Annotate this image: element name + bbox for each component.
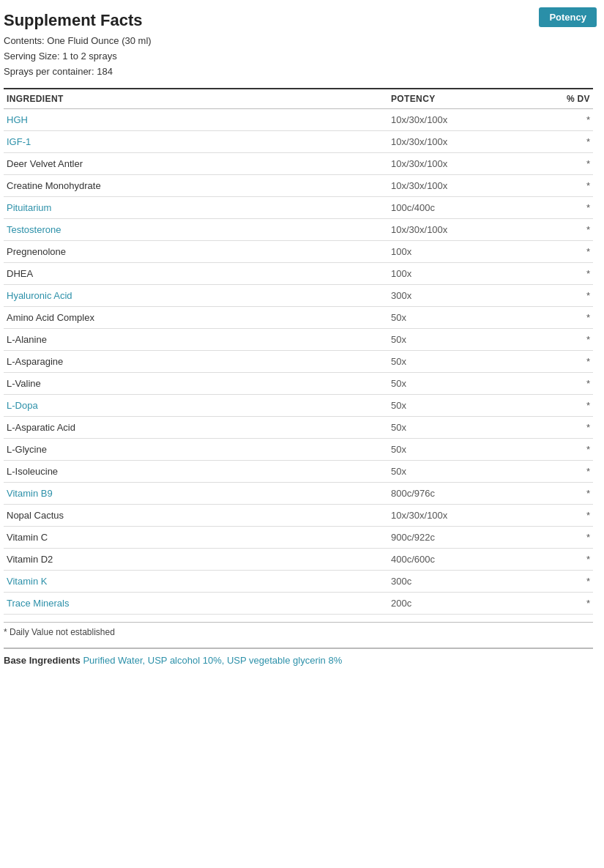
serving-line: Serving Size: 1 to 2 sprays bbox=[4, 49, 593, 64]
ingredient-link[interactable]: IGF-1 bbox=[7, 136, 31, 147]
potency-cell: 10x/30x/100x bbox=[388, 505, 534, 527]
ingredient-cell: Deer Velvet Antler bbox=[4, 153, 388, 175]
potency-cell: 10x/30x/100x bbox=[388, 219, 534, 241]
dv-cell: * bbox=[534, 241, 593, 263]
ingredient-cell[interactable]: Hyaluronic Acid bbox=[4, 285, 388, 307]
ingredient-cell[interactable]: Vitamin B9 bbox=[4, 483, 388, 505]
potency-cell: 100x bbox=[388, 241, 534, 263]
ingredient-cell: L-Asparagine bbox=[4, 351, 388, 373]
potency-cell: 50x bbox=[388, 439, 534, 461]
sprays-value: 184 bbox=[97, 66, 113, 77]
ingredient-cell[interactable]: L-Dopa bbox=[4, 395, 388, 417]
ingredient-link[interactable]: HGH bbox=[7, 114, 28, 125]
ingredient-cell: L-Glycine bbox=[4, 439, 388, 461]
table-row: Trace Minerals200c* bbox=[4, 593, 593, 615]
potency-cell: 50x bbox=[388, 351, 534, 373]
ingredient-cell: Amino Acid Complex bbox=[4, 307, 388, 329]
ingredient-cell[interactable]: Testosterone bbox=[4, 219, 388, 241]
ingredient-link[interactable]: Pituitarium bbox=[7, 202, 51, 213]
ingredient-cell[interactable]: HGH bbox=[4, 109, 388, 131]
dv-cell: * bbox=[534, 417, 593, 439]
col-header-ingredient: Ingredient bbox=[4, 89, 388, 109]
contents-value: One Fluid Ounce (30 ml) bbox=[47, 35, 151, 46]
potency-cell: 50x bbox=[388, 329, 534, 351]
table-row: Pituitarium100c/400c* bbox=[4, 197, 593, 219]
table-row: IGF-110x/30x/100x* bbox=[4, 131, 593, 153]
base-ingredients-label: Base Ingredients bbox=[4, 655, 81, 666]
potency-cell: 100c/400c bbox=[388, 197, 534, 219]
potency-cell: 50x bbox=[388, 461, 534, 483]
table-row: Pregnenolone100x* bbox=[4, 241, 593, 263]
dv-cell: * bbox=[534, 527, 593, 549]
contents-line: Contents: One Fluid Ounce (30 ml) bbox=[4, 34, 593, 49]
ingredient-cell[interactable]: Pituitarium bbox=[4, 197, 388, 219]
table-row: Vitamin C900c/922c* bbox=[4, 527, 593, 549]
ingredient-cell: DHEA bbox=[4, 263, 388, 285]
potency-cell: 50x bbox=[388, 395, 534, 417]
ingredient-cell: L-Valine bbox=[4, 373, 388, 395]
potency-cell: 200c bbox=[388, 593, 534, 615]
ingredient-link[interactable]: Vitamin K bbox=[7, 576, 47, 587]
table-row: L-Glycine50x* bbox=[4, 439, 593, 461]
ingredient-link[interactable]: Testosterone bbox=[7, 224, 61, 235]
dv-cell: * bbox=[534, 461, 593, 483]
base-ingredients-value: Purified Water, USP alcohol 10%, USP veg… bbox=[83, 655, 342, 666]
table-row: L-Dopa50x* bbox=[4, 395, 593, 417]
page-title: Supplement Facts bbox=[4, 11, 593, 30]
table-row: Creatine Monohydrate10x/30x/100x* bbox=[4, 175, 593, 197]
footnote: * Daily Value not established bbox=[4, 622, 593, 642]
col-header-dv: % DV bbox=[534, 89, 593, 109]
col-header-potency: Potency bbox=[388, 89, 534, 109]
potency-cell: 100x bbox=[388, 263, 534, 285]
dv-cell: * bbox=[534, 285, 593, 307]
dv-cell: * bbox=[534, 109, 593, 131]
table-row: Vitamin K300c* bbox=[4, 571, 593, 593]
potency-button[interactable]: Potency bbox=[539, 7, 597, 27]
table-row: Vitamin D2400c/600c* bbox=[4, 549, 593, 571]
ingredient-link[interactable]: Vitamin B9 bbox=[7, 488, 53, 499]
dv-cell: * bbox=[534, 153, 593, 175]
potency-cell: 400c/600c bbox=[388, 549, 534, 571]
table-row: L-Alanine50x* bbox=[4, 329, 593, 351]
dv-cell: * bbox=[534, 329, 593, 351]
serving-value: 1 to 2 sprays bbox=[62, 51, 116, 62]
dv-cell: * bbox=[534, 197, 593, 219]
table-row: Deer Velvet Antler10x/30x/100x* bbox=[4, 153, 593, 175]
ingredient-link[interactable]: Hyaluronic Acid bbox=[7, 290, 72, 301]
table-header: Ingredient Potency % DV bbox=[4, 89, 593, 109]
ingredient-cell[interactable]: IGF-1 bbox=[4, 131, 388, 153]
table-row: Amino Acid Complex50x* bbox=[4, 307, 593, 329]
ingredient-cell: Vitamin D2 bbox=[4, 549, 388, 571]
ingredient-link[interactable]: Trace Minerals bbox=[7, 598, 69, 609]
dv-cell: * bbox=[534, 505, 593, 527]
potency-cell: 300c bbox=[388, 571, 534, 593]
contents-label: Contents: bbox=[4, 35, 45, 46]
potency-cell: 50x bbox=[388, 307, 534, 329]
table-row: Testosterone10x/30x/100x* bbox=[4, 219, 593, 241]
dv-cell: * bbox=[534, 373, 593, 395]
ingredient-cell: L-Isoleucine bbox=[4, 461, 388, 483]
sprays-line: Sprays per container: 184 bbox=[4, 64, 593, 80]
potency-cell: 10x/30x/100x bbox=[388, 109, 534, 131]
table-row: HGH10x/30x/100x* bbox=[4, 109, 593, 131]
ingredient-cell[interactable]: Trace Minerals bbox=[4, 593, 388, 615]
supplement-table: Ingredient Potency % DV HGH10x/30x/100x*… bbox=[4, 88, 593, 615]
potency-cell: 10x/30x/100x bbox=[388, 153, 534, 175]
sprays-label: Sprays per container: bbox=[4, 66, 94, 77]
dv-cell: * bbox=[534, 395, 593, 417]
dv-cell: * bbox=[534, 307, 593, 329]
potency-cell: 10x/30x/100x bbox=[388, 175, 534, 197]
potency-cell: 300x bbox=[388, 285, 534, 307]
potency-cell: 900c/922c bbox=[388, 527, 534, 549]
potency-cell: 50x bbox=[388, 417, 534, 439]
dv-cell: * bbox=[534, 351, 593, 373]
dv-cell: * bbox=[534, 571, 593, 593]
ingredient-cell[interactable]: Vitamin K bbox=[4, 571, 388, 593]
meta-info: Contents: One Fluid Ounce (30 ml) Servin… bbox=[4, 34, 593, 79]
table-row: Vitamin B9800c/976c* bbox=[4, 483, 593, 505]
base-ingredients: Base Ingredients Purified Water, USP alc… bbox=[4, 648, 593, 672]
dv-cell: * bbox=[534, 439, 593, 461]
ingredient-link[interactable]: L-Dopa bbox=[7, 400, 38, 411]
ingredient-cell: Creatine Monohydrate bbox=[4, 175, 388, 197]
table-row: L-Valine50x* bbox=[4, 373, 593, 395]
